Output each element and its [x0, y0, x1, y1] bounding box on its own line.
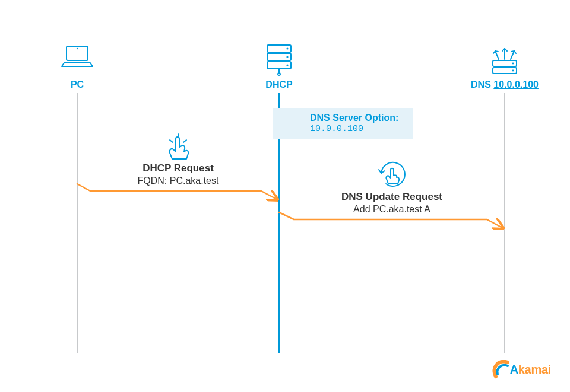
refresh-hand-icon: [379, 162, 405, 186]
dns-option-value: 10.0.0.100: [310, 124, 398, 135]
actor-pc-label: PC: [71, 79, 84, 90]
message-dns-update: DNS Update Request Add PC.aka.test A: [297, 191, 487, 215]
actor-pc: PC: [18, 42, 137, 90]
actor-dhcp: DHCP: [220, 42, 338, 90]
message-dhcp-request: DHCP Request FQDN: PC.aka.test: [83, 162, 273, 186]
message-dhcp-request-sub: FQDN: PC.aka.test: [83, 176, 273, 186]
brand-logo-text: Akamai: [510, 363, 551, 377]
actor-dns-label-text: DNS: [471, 79, 491, 90]
svg-line-25: [183, 140, 186, 142]
akamai-wave-icon: [492, 360, 512, 379]
actor-dns: DNS 10.0.0.100: [445, 42, 564, 90]
actor-dns-ip: 10.0.0.100: [493, 79, 539, 90]
actor-dns-label: DNS 10.0.0.100: [471, 79, 539, 90]
dns-server-option-box: DNS Server Option: 10.0.0.100: [273, 108, 413, 139]
brand-logo: Akamai: [492, 360, 551, 379]
dns-option-title: DNS Server Option:: [310, 112, 398, 124]
actor-dhcp-label: DHCP: [265, 79, 292, 90]
message-dhcp-request-title: DHCP Request: [83, 162, 273, 174]
pointing-hand-icon: [170, 134, 189, 159]
message-dns-update-title: DNS Update Request: [297, 191, 487, 203]
svg-line-24: [170, 140, 173, 142]
message-dns-update-sub: Add PC.aka.test A: [297, 204, 487, 215]
